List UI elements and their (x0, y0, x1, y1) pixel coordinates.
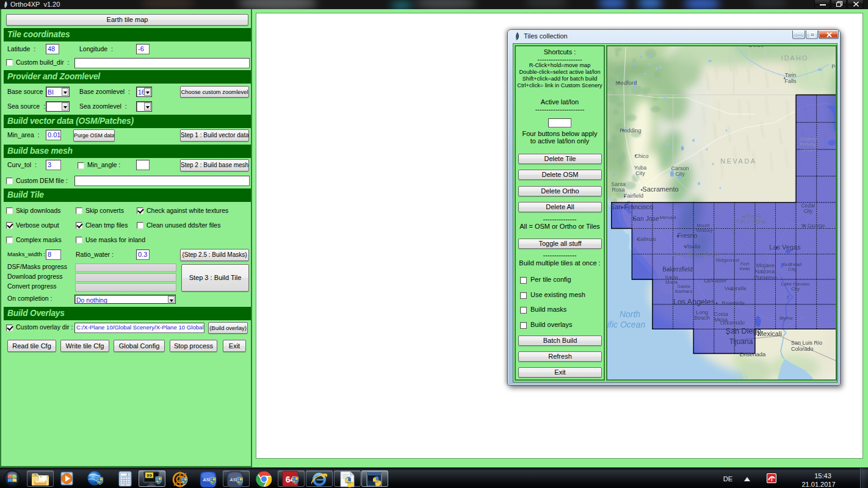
svg-text:Ensenada: Ensenada (740, 351, 767, 357)
svg-text:City: City (675, 171, 685, 177)
svg-text:San Jose: San Jose (632, 215, 659, 222)
svg-text:Visalia: Visalia (684, 243, 700, 249)
svg-text:Fairfield: Fairfield (624, 193, 643, 199)
svg-text:Twin: Twin (785, 72, 797, 78)
svg-text:Proving: Proving (800, 142, 816, 147)
svg-text:San Francisco: San Francisco (610, 203, 653, 210)
svg-text:Colorado: Colorado (791, 346, 814, 352)
svg-text:Force Range: Force Range (736, 218, 766, 224)
svg-text:Chico: Chico (634, 153, 648, 159)
svg-text:Poc: Poc (831, 63, 836, 70)
svg-text:Tijuana: Tijuana (729, 337, 753, 346)
svg-text:North: North (620, 309, 640, 319)
svg-text:San Diego: San Diego (726, 327, 761, 336)
svg-text:Medford: Medford (616, 79, 637, 86)
svg-text:San Luis Rio: San Luis Rio (791, 340, 822, 346)
svg-text:Riverside: Riverside (722, 300, 745, 306)
svg-text:Preserve: Preserve (754, 274, 777, 281)
svg-text:Whitney: Whitney (696, 228, 712, 233)
svg-text:Blythe: Blythe (779, 315, 794, 321)
svg-text:City: City (791, 286, 800, 292)
svg-text:Ground: Ground (800, 147, 817, 152)
svg-text:Beach: Beach (694, 315, 710, 321)
svg-text:City: City (788, 267, 797, 272)
svg-text:Las Vegas: Las Vegas (769, 243, 801, 251)
svg-text:Redding: Redding (620, 127, 641, 134)
svg-text:Lancaster: Lancaster (704, 278, 726, 284)
svg-text:City: City (804, 208, 813, 214)
svg-text:Ridgecrest: Ridgecrest (716, 257, 740, 263)
svg-text:Rosa: Rosa (612, 187, 624, 193)
svg-text:Oceanside: Oceanside (720, 320, 745, 326)
svg-text:Maria: Maria (665, 279, 678, 285)
svg-text:Irwin: Irwin (740, 266, 750, 271)
svg-text:Salinas: Salinas (637, 235, 656, 242)
svg-text:Barbara: Barbara (675, 289, 693, 294)
svg-text:Victorville: Victorville (725, 285, 747, 292)
svg-text:Falls: Falls (784, 78, 797, 84)
svg-text:Pacific Ocean: Pacific Ocean (607, 320, 645, 329)
svg-text:99: 99 (146, 473, 152, 478)
svg-text:Dugway: Dugway (800, 136, 817, 142)
svg-text:Bakersfield: Bakersfield (662, 266, 692, 273)
svg-text:Sacramento: Sacramento (642, 185, 678, 193)
svg-text:St George: St George (801, 223, 825, 229)
svg-text:City: City (635, 170, 645, 176)
svg-text:CALIFORNIA: CALIFORNIA (672, 251, 720, 258)
svg-text:Merced: Merced (660, 215, 676, 220)
svg-text:IDAHO: IDAHO (781, 54, 809, 62)
svg-text:Boise: Boise (748, 46, 764, 48)
svg-text:Fresno: Fresno (678, 232, 698, 239)
svg-text:Mexicali: Mexicali (758, 330, 782, 337)
svg-text:NEVADA: NEVADA (720, 157, 756, 165)
svg-text:Los Angeles: Los Angeles (673, 298, 715, 306)
